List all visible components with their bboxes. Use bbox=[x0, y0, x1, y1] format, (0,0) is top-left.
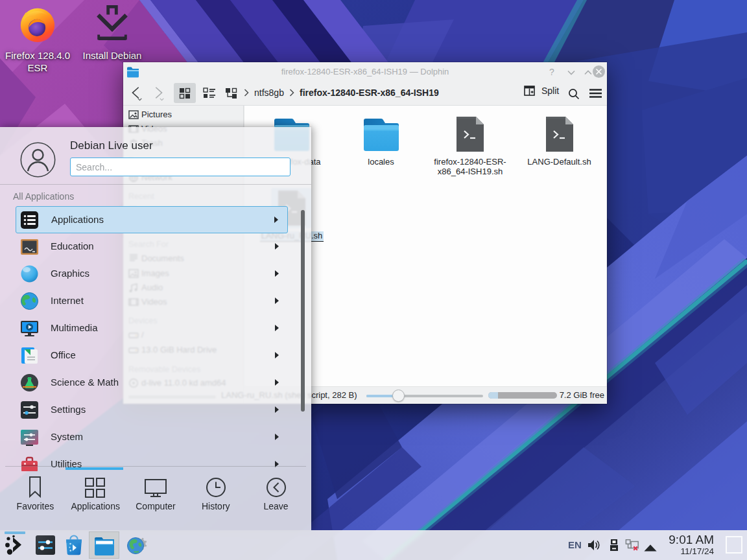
breadcrumb-chevron-icon bbox=[289, 89, 294, 97]
submenu-arrow-icon bbox=[275, 270, 279, 277]
submenu-arrow-icon bbox=[275, 434, 279, 440]
launcher-category-applications[interactable]: Applications bbox=[16, 206, 288, 233]
file-item-locales[interactable]: locales bbox=[339, 115, 423, 167]
network-disconnected-icon[interactable] bbox=[625, 538, 639, 552]
graphics-icon bbox=[19, 264, 40, 284]
zoom-slider-knob[interactable] bbox=[392, 390, 405, 402]
places-item[interactable]: Pictures bbox=[123, 108, 243, 122]
launcher-category-utilities[interactable]: Utilities bbox=[16, 451, 288, 471]
file-item-firefox-12840-ESR-x86_64-ISH19.sh[interactable]: firefox-12840-ESR-x86_64-ISH19.sh bbox=[428, 115, 512, 176]
breadcrumb-ntfs8gb[interactable]: ntfs8gb bbox=[254, 88, 284, 98]
category-label: Graphics bbox=[51, 268, 89, 279]
user-name: Debian Live user bbox=[70, 139, 153, 152]
desktop-root: Firefox 128.4.0ESR Install Debian firefo… bbox=[0, 0, 747, 560]
show-desktop-button[interactable] bbox=[726, 536, 742, 554]
web-browser-button[interactable] bbox=[125, 534, 147, 556]
category-label: Science & Math bbox=[51, 377, 119, 388]
tree-view-icon bbox=[225, 88, 238, 99]
discover-button[interactable] bbox=[63, 534, 85, 556]
free-space-fill bbox=[488, 392, 498, 399]
file-label: firefox-12840-ESR-x86_64-ISH19.sh bbox=[434, 157, 506, 176]
split-view-icon bbox=[524, 86, 535, 96]
close-x-icon bbox=[595, 68, 602, 75]
application-launcher-button[interactable] bbox=[4, 534, 26, 556]
system-settings-button[interactable] bbox=[34, 534, 56, 556]
submenu-arrow-icon bbox=[274, 216, 278, 223]
launcher-category-multimedia[interactable]: Multimedia bbox=[16, 315, 288, 342]
clock-date: 11/17/24 bbox=[652, 546, 714, 557]
launcher-category-education[interactable]: Education bbox=[16, 233, 288, 261]
desktop-icon-firefox[interactable]: Firefox 128.4.0ESR bbox=[0, 4, 75, 74]
file-item-LANG-Default.sh[interactable]: LANG-Default.sh bbox=[517, 115, 602, 167]
category-label: Education bbox=[51, 240, 94, 251]
volume-icon[interactable] bbox=[586, 538, 600, 552]
dolphin-titlebar[interactable]: firefox-12840-ESR-x86_64-ISH19 — Dolphin… bbox=[123, 62, 607, 82]
launcher-tab-favorites[interactable]: Favorites bbox=[5, 471, 65, 523]
desktop-label-line: Install Debian bbox=[83, 50, 142, 61]
launcher-tab-history[interactable]: History bbox=[185, 471, 246, 523]
submenu-arrow-icon bbox=[275, 352, 279, 358]
digital-clock[interactable]: 9:01 AM 11/17/24 bbox=[652, 533, 714, 557]
keyboard-layout-indicator[interactable]: EN bbox=[568, 539, 582, 550]
menu-scrollbar[interactable] bbox=[301, 210, 305, 412]
script-file-icon bbox=[455, 115, 485, 153]
desktop-icon-install-debian[interactable]: Install Debian bbox=[75, 4, 150, 62]
search-input[interactable] bbox=[70, 158, 290, 176]
submenu-arrow-icon bbox=[275, 243, 279, 250]
launcher-category-internet[interactable]: Internet bbox=[16, 288, 288, 315]
tab-label: Computer bbox=[126, 501, 186, 511]
launcher-tab-leave[interactable]: Leave bbox=[246, 471, 306, 523]
launcher-category-office[interactable]: Office bbox=[16, 342, 288, 369]
desktop-icon-label-install-debian: Install Debian bbox=[75, 49, 150, 62]
tree-view-button[interactable] bbox=[220, 83, 242, 103]
category-label: Applications bbox=[51, 214, 104, 225]
firefox-icon bbox=[18, 4, 58, 44]
category-label: Multimedia bbox=[51, 322, 98, 333]
icons-view-button[interactable] bbox=[174, 83, 196, 103]
file-label: locales bbox=[368, 157, 394, 167]
details-view-button[interactable] bbox=[198, 83, 220, 103]
office-icon bbox=[19, 345, 40, 366]
back-button[interactable] bbox=[128, 86, 144, 101]
tab-label: Leave bbox=[246, 501, 306, 511]
tab-label: History bbox=[185, 501, 246, 511]
file-label: LANG-Default.sh bbox=[527, 157, 591, 167]
multimedia-icon bbox=[19, 318, 40, 338]
close-button[interactable] bbox=[593, 65, 605, 78]
active-tab-indicator bbox=[65, 467, 123, 470]
launcher-category-graphics[interactable]: Graphics bbox=[16, 261, 288, 288]
category-label: System bbox=[51, 431, 83, 442]
forward-button[interactable] bbox=[150, 86, 166, 101]
file-label-wrap: locales bbox=[339, 158, 423, 167]
launcher-category-system[interactable]: System bbox=[16, 424, 288, 451]
category-label: Office bbox=[51, 349, 76, 360]
computer-tab-icon bbox=[143, 475, 169, 500]
launcher-tabbar: Favorites Applications Computer History … bbox=[5, 471, 306, 523]
launcher-tab-computer[interactable]: Computer bbox=[126, 471, 186, 523]
application-launcher-menu: Debian Live user All Applications Applic… bbox=[0, 127, 311, 530]
launcher-category-science-math[interactable]: Science & Math bbox=[16, 369, 288, 397]
submenu-arrow-icon bbox=[275, 379, 279, 386]
breadcrumb-current-folder[interactable]: firefox-12840-ESR-x86_64-ISH19 bbox=[300, 88, 439, 98]
usb-device-icon[interactable] bbox=[607, 538, 621, 552]
desktop-label-line: Firefox 128.4.0 bbox=[5, 50, 70, 61]
help-button[interactable]: ? bbox=[545, 65, 559, 79]
system-icon bbox=[19, 427, 40, 447]
places-item-label: Pictures bbox=[141, 108, 239, 122]
category-label: Settings bbox=[51, 404, 86, 415]
launcher-tab-applications[interactable]: Applications bbox=[65, 471, 126, 523]
details-view-icon bbox=[203, 88, 216, 99]
minimize-button[interactable] bbox=[564, 65, 578, 79]
window-title: firefox-12840-ESR-x86_64-ISH19 — Dolphin bbox=[123, 67, 607, 76]
hamburger-menu-icon[interactable] bbox=[589, 89, 602, 98]
tabbar-divider bbox=[5, 466, 306, 467]
tab-label: Favorites bbox=[5, 501, 65, 511]
user-avatar-icon[interactable] bbox=[20, 142, 56, 178]
dolphin-toolbar: ntfs8gb firefox-12840-ESR-x86_64-ISH19 S… bbox=[123, 82, 607, 105]
search-icon[interactable] bbox=[568, 88, 580, 100]
chevron-up-icon bbox=[584, 70, 592, 75]
science-math-icon bbox=[19, 373, 40, 393]
dolphin-task-button[interactable] bbox=[89, 531, 119, 559]
launcher-category-settings[interactable]: Settings bbox=[16, 397, 288, 424]
split-button[interactable]: Split bbox=[524, 86, 559, 101]
